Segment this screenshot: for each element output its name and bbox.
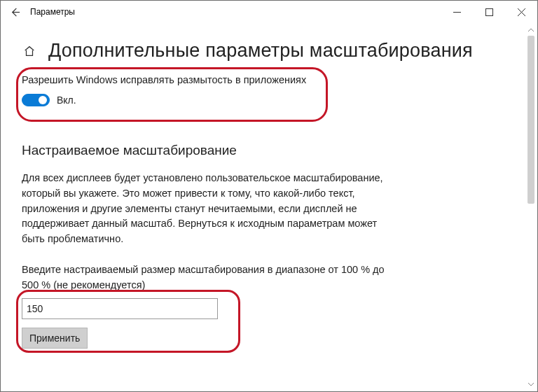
custom-scaling-description: Для всех дисплеев будет установлено поль… (22, 171, 393, 247)
close-icon (518, 8, 525, 16)
close-button[interactable] (505, 1, 537, 23)
content-area: Дополнительные параметры масштабирования… (1, 23, 537, 363)
custom-scaling-input-row: Применить (22, 298, 516, 349)
minimize-button[interactable] (441, 1, 473, 23)
arrow-left-icon (10, 7, 20, 18)
scrollbar-track[interactable] (526, 36, 536, 379)
custom-scaling-input-label: Введите настраиваемый размер масштабиров… (22, 262, 400, 293)
maximize-icon (485, 8, 493, 16)
app-title: Параметры (30, 7, 75, 17)
fix-blurry-toggle[interactable] (22, 94, 50, 106)
fix-blurry-section: Разрешить Windows исправлять размытость … (22, 74, 516, 106)
home-icon[interactable] (22, 43, 37, 59)
svg-rect-0 (485, 8, 492, 15)
custom-scale-input[interactable] (22, 298, 218, 319)
fix-blurry-heading: Разрешить Windows исправлять размытость … (22, 74, 516, 85)
custom-scaling-heading: Настраиваемое масштабирование (22, 143, 516, 158)
scrollbar-thumb[interactable] (527, 36, 534, 204)
maximize-button[interactable] (473, 1, 505, 23)
vertical-scrollbar[interactable] (526, 24, 536, 390)
titlebar: Параметры (1, 1, 537, 23)
fix-blurry-toggle-row: Вкл. (22, 94, 516, 106)
toggle-state-label: Вкл. (57, 94, 76, 106)
scroll-down-arrow[interactable] (526, 379, 536, 390)
back-button[interactable] (1, 1, 29, 23)
page-title: Дополнительные параметры масштабирования (48, 40, 473, 62)
toggle-knob (39, 96, 47, 104)
minimize-icon (453, 8, 461, 16)
scroll-up-arrow[interactable] (526, 24, 536, 36)
page-header: Дополнительные параметры масштабирования (22, 40, 516, 62)
apply-button[interactable]: Применить (22, 328, 88, 349)
